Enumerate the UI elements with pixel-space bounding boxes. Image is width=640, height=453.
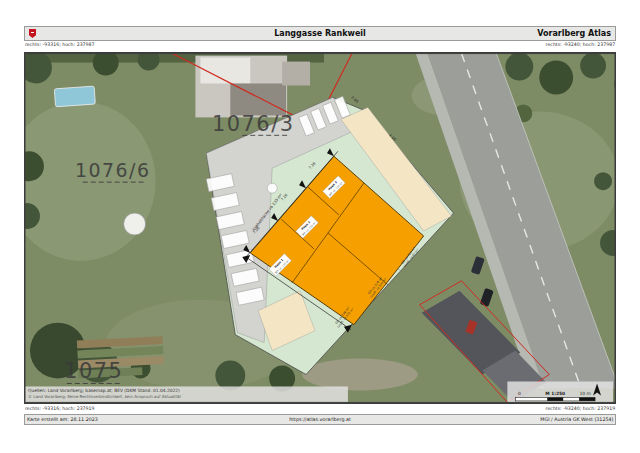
attribution-overlay: Quellen: Land Vorarlberg; basemap.at; BE… (25, 386, 348, 402)
scalebar-max: 10 m (579, 391, 590, 396)
swimming-pool (54, 86, 95, 107)
scalebar-zero: 0 (518, 391, 521, 396)
scalebar-scale: M 1:250 (545, 391, 565, 396)
map-title: Langgasse Rankweil (25, 29, 615, 38)
coordinates-top-row: rechts: -93316; hoch: 237987 rechts: -93… (24, 41, 616, 50)
coord-top-left: rechts: -93316; hoch: 237987 (25, 41, 95, 48)
coord-top-right: rechts: -93240; hoch: 237987 (545, 41, 615, 48)
footer-crs: MGI / Austria GK West (31254) (540, 416, 613, 423)
footer-url: https://atlas.vorarlberg.at (84, 416, 556, 423)
attribution-line2: © Land Vorarlberg; Keine Rechtsverbindli… (28, 394, 181, 399)
round-object (124, 213, 146, 235)
print-preview-page: Langgasse Rankweil Vorarlberg Atlas rech… (0, 0, 640, 453)
coord-bottom-right: rechts: -93240; hoch: 237919 (545, 405, 615, 412)
coordinates-bottom-row: rechts: -93316; hoch: 237919 rechts: -93… (24, 405, 616, 414)
footer-bar: Karte erstellt am: 28.11.2023 https://at… (24, 414, 616, 425)
parcel-label: 1076/6 (75, 159, 151, 181)
scalebar-bar (515, 397, 595, 400)
app-brand: Vorarlberg Atlas (537, 29, 611, 38)
header-bar: Langgasse Rankweil Vorarlberg Atlas (24, 26, 616, 41)
map-canvas: 7.26 7.26 7.26 2.00 4.00 Haus 1 Wfl. ca.… (25, 53, 615, 403)
scalebar-overlay: 0 M 1:250 10 m (507, 381, 613, 402)
tree-symbol (267, 183, 277, 193)
parcel-label: 1075 (64, 359, 123, 383)
driveway-patch (302, 359, 418, 391)
attribution-line1: Quellen: Land Vorarlberg; basemap.at; BE… (28, 388, 180, 393)
map-viewport: 7.26 7.26 7.26 2.00 4.00 Haus 1 Wfl. ca.… (24, 52, 616, 404)
coord-bottom-left: rechts: -93316; hoch: 237919 (25, 405, 95, 412)
parcel-label: 1076/3 (212, 112, 295, 136)
